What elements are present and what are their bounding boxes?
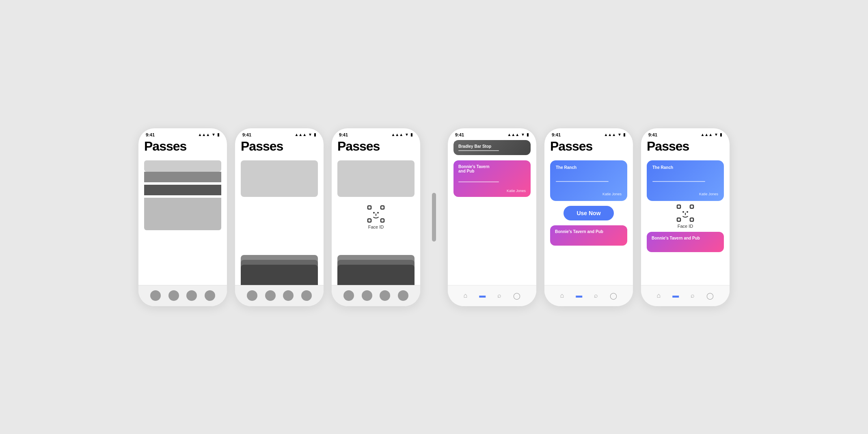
footer-dot-3a [343, 290, 354, 301]
wireframe-phone-3: 9:41 ▲▲▲ ▼ ▮ Passes [331, 128, 421, 307]
main-container: 9:41 ▲▲▲ ▼ ▮ Passes [138, 128, 730, 307]
card-icon-c1[interactable]: ▬ [479, 292, 486, 299]
status-bar-2: 9:41 ▲▲▲ ▼ ▮ [235, 128, 324, 139]
svg-rect-9 [677, 218, 680, 221]
time-1: 9:41 [146, 132, 155, 137]
card-name-c3: Katie Jones [652, 192, 718, 196]
home-icon-c1[interactable]: ⌂ [464, 292, 468, 299]
main-card-c2: The Ranch Katie Jones [550, 160, 627, 201]
signal-icon: ▲▲▲ [198, 132, 210, 137]
wireframe-content-3: Passes [332, 139, 420, 285]
signal-icon-3: ▲▲▲ [391, 132, 403, 137]
footer-dot-3b [362, 290, 372, 301]
wire-main-card-3 [337, 160, 415, 197]
time-2: 9:41 [242, 132, 251, 137]
colored-phone-2: 9:41 ▲▲▲ ▼ ▮ Passes The Ranch Katie Jone… [544, 128, 633, 307]
bottom-card-title-c2: Bonnie's Tavern and Pub [555, 229, 622, 234]
home-icon-c3[interactable]: ⌂ [657, 292, 661, 299]
bottom-card-title-c3: Bonnie's Tavern and Pub [652, 236, 719, 240]
colored-content-1: Passes Bonnie's Tavernand Pub Katie Jone… [448, 139, 536, 285]
search-icon-c3[interactable]: ⌕ [691, 292, 695, 299]
card-dark-c1: Bradley Bar Stop [453, 140, 531, 155]
colored-phone-3: 9:41 ▲▲▲ ▼ ▮ Passes The Ranch Katie Jone… [641, 128, 730, 307]
signal-icon-c3: ▲▲▲ [700, 132, 713, 137]
wire-card-1b [144, 172, 221, 182]
stacked-cards-3 [337, 255, 415, 285]
colored-content-3: Passes The Ranch Katie Jones [641, 139, 730, 285]
status-icons-2: ▲▲▲ ▼ ▮ [294, 132, 316, 137]
wifi-icon-2: ▼ [308, 132, 312, 137]
footer-dot-2a [247, 290, 257, 301]
passes-title-1: Passes [144, 139, 221, 156]
status-bar-c2: 9:41 ▲▲▲ ▼ ▮ [544, 128, 633, 139]
wire-card-1d [144, 198, 221, 230]
svg-point-4 [373, 212, 375, 214]
status-bar-3: 9:41 ▲▲▲ ▼ ▮ [332, 128, 420, 139]
person-icon-c2[interactable]: ◯ [610, 292, 617, 300]
card-dark-layer-c1: Bradley Bar Stop [453, 140, 531, 157]
wireframe-group: 9:41 ▲▲▲ ▼ ▮ Passes [138, 128, 421, 307]
use-now-button[interactable]: Use Now [564, 206, 613, 220]
card-title-bradley-c1: Bradley Bar Stop [458, 144, 526, 149]
card-line-main-c2 [556, 181, 609, 182]
main-card-c3: The Ranch Katie Jones [647, 160, 724, 201]
footer-2 [235, 285, 324, 306]
search-icon-c2[interactable]: ⌕ [594, 292, 598, 299]
card-stack-c1: Bonnie's Tavernand Pub Katie Jones Bradl… [453, 160, 531, 197]
face-id-icon-c3 [676, 204, 694, 222]
home-icon-c2[interactable]: ⌂ [560, 292, 564, 299]
status-icons-3: ▲▲▲ ▼ ▮ [391, 132, 413, 137]
wifi-icon-c1: ▼ [521, 132, 525, 137]
battery-icon-c3: ▮ [720, 132, 722, 137]
footer-1 [138, 285, 227, 306]
passes-title-3: Passes [337, 139, 415, 156]
card-icon-c2[interactable]: ▬ [576, 292, 582, 299]
footer-dot-2b [265, 290, 276, 301]
person-icon-c3[interactable]: ◯ [706, 292, 714, 300]
stack-card-3c [337, 265, 415, 285]
status-icons-c1: ▲▲▲ ▼ ▮ [507, 132, 529, 137]
face-id-icon-3 [367, 205, 385, 223]
card-icon-c3[interactable]: ▬ [672, 292, 679, 299]
face-id-label-3: Face ID [368, 225, 384, 229]
status-bar-c3: 9:41 ▲▲▲ ▼ ▮ [641, 128, 730, 139]
footer-dot-3 [186, 290, 197, 301]
footer-3 [332, 285, 420, 306]
colored-phone-1: 9:41 ▲▲▲ ▼ ▮ Passes Bonnie's Tavernand P… [447, 128, 537, 307]
svg-rect-10 [690, 218, 693, 221]
time-3: 9:41 [339, 132, 348, 137]
wifi-icon-c3: ▼ [714, 132, 718, 137]
svg-rect-0 [368, 206, 371, 209]
search-icon-c1[interactable]: ⌕ [497, 292, 501, 299]
battery-icon-c1: ▮ [527, 132, 529, 137]
footer-icons-c1: ⌂ ▬ ⌕ ◯ [448, 285, 536, 306]
face-id-wrap-c3: Face ID [647, 204, 724, 229]
wireframe-content-2: Passes [235, 139, 324, 285]
card-line-main-c3 [652, 181, 705, 182]
battery-icon-3: ▮ [410, 132, 413, 137]
status-icons-1: ▲▲▲ ▼ ▮ [198, 132, 220, 137]
battery-icon-c2: ▮ [623, 132, 626, 137]
card-line-bradley-c1 [458, 150, 499, 151]
svg-rect-8 [690, 205, 693, 208]
status-bar-c1: 9:41 ▲▲▲ ▼ ▮ [448, 128, 536, 139]
card-purple-pink-c1: Bonnie's Tavernand Pub Katie Jones [453, 160, 531, 197]
card-title-ranch-c3: The Ranch [652, 165, 673, 170]
card-name-bonnie-c1: Katie Jones [458, 189, 526, 193]
wireframe-phone-1: 9:41 ▲▲▲ ▼ ▮ Passes [138, 128, 227, 307]
footer-dot-2d [301, 290, 312, 301]
bottom-card-c2: Bonnie's Tavern and Pub [550, 225, 627, 246]
signal-icon-c2: ▲▲▲ [604, 132, 616, 137]
wireframe-content-1: Passes [138, 139, 227, 285]
passes-title-c3: Passes [647, 139, 724, 156]
wire-card-1c [144, 185, 221, 195]
card-title-ranch-c2: The Ranch [556, 165, 577, 170]
svg-rect-2 [368, 219, 371, 222]
svg-rect-1 [381, 206, 384, 209]
time-c1: 9:41 [455, 132, 464, 137]
status-bar-1: 9:41 ▲▲▲ ▼ ▮ [138, 128, 227, 139]
passes-title-c2: Passes [550, 139, 627, 156]
person-icon-c1[interactable]: ◯ [513, 292, 520, 300]
svg-rect-7 [677, 205, 680, 208]
svg-point-12 [687, 211, 688, 213]
